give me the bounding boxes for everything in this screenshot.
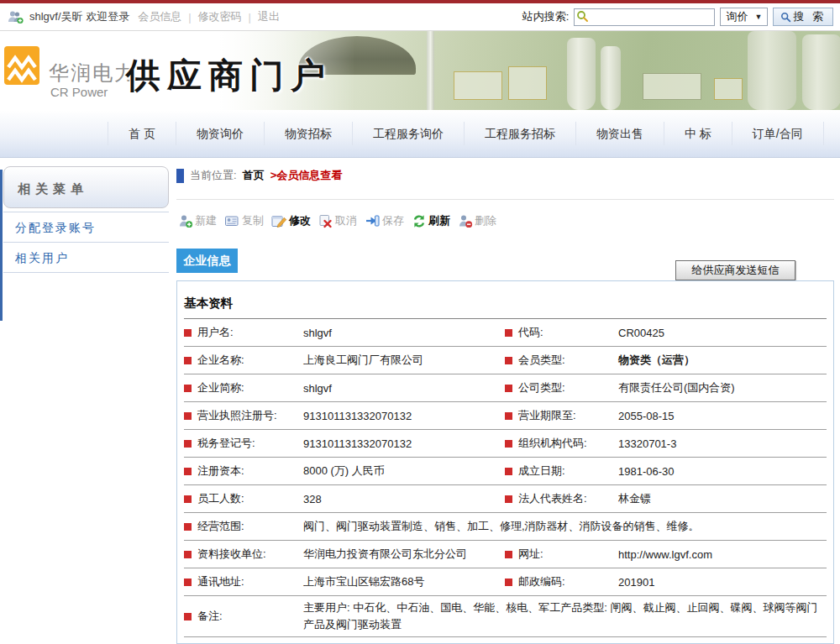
field-value: 913101131332070132	[303, 410, 505, 422]
field-label: 邮政编码:	[505, 574, 618, 589]
site-search-input[interactable]	[574, 8, 715, 26]
nav-engineering-inquiry[interactable]: 工程服务询价	[353, 122, 465, 145]
field-label: 公司类型:	[505, 380, 618, 395]
field-value: shlgvf	[303, 327, 505, 339]
user-bar: shlgvf/吴昕 欢迎登录 会员信息|修改密码|退出 站内搜索: 询价 ▼ 搜…	[0, 3, 840, 31]
sidebar-item-related-users[interactable]: 相关用户	[3, 243, 169, 273]
field-label: 组织机构代码:	[505, 436, 618, 451]
field-value: 林金镖	[618, 491, 827, 506]
nav-material-inquiry[interactable]: 物资询价	[176, 122, 265, 145]
breadcrumb-label: 当前位置:	[190, 168, 237, 183]
search-button[interactable]: 搜 索	[773, 8, 833, 26]
field-value: 913101131332070132	[303, 437, 505, 450]
field-label-text: 通讯地址:	[197, 574, 244, 589]
nav-orders-contracts[interactable]: 订单/合同	[732, 122, 824, 145]
modify-button[interactable]: 修改	[271, 213, 311, 228]
chevron-down-icon: ▼	[754, 13, 762, 21]
delete-button-label: 删除	[475, 213, 496, 228]
field-label-text: 资料接收单位:	[197, 547, 266, 562]
field-value: 328	[303, 493, 505, 505]
field-value: shlgvf	[303, 382, 505, 395]
field-value: 华润电力投资有限公司东北分公司	[303, 547, 505, 562]
field-label-text: 企业名称:	[197, 353, 244, 368]
field-label-text: 会员类型:	[518, 353, 565, 368]
red-bullet-icon	[184, 357, 192, 364]
field-value: 主要用户: 中石化、中石油、国电、华能、核电、军工产品类型: 闸阀、截止阀、止回…	[303, 599, 827, 633]
company-info-panel: 基本资料 用户名:shlgvf代码:CR00425企业名称:上海良工阀门厂有限公…	[176, 280, 834, 644]
nav-home[interactable]: 首 页	[108, 122, 176, 145]
field-value: 上海市宝山区锦宏路68号	[303, 574, 505, 589]
red-bullet-icon	[184, 329, 192, 337]
member-info-link[interactable]: 会员信息	[138, 9, 181, 24]
field-label: 营业执照注册号:	[184, 408, 303, 423]
nav-awarded[interactable]: 中 标	[664, 122, 732, 145]
field-label: 网址:	[505, 547, 618, 562]
field-label-text: 经营范围:	[197, 519, 244, 534]
cancel-button: 取消	[318, 213, 357, 228]
breadcrumb-divider	[176, 199, 834, 200]
red-bullet-icon	[505, 495, 512, 503]
table-row: 员工人数:328法人代表姓名:林金镖	[184, 485, 827, 513]
logout-link[interactable]: 退出	[258, 9, 280, 24]
red-bullet-icon	[505, 412, 512, 420]
field-value: http://www.lgvf.com	[618, 548, 827, 561]
save-icon	[365, 214, 381, 228]
field-label: 注册资本:	[184, 463, 303, 479]
field-label: 备注:	[184, 609, 303, 624]
basic-info-table: 用户名:shlgvf代码:CR00425企业名称:上海良工阀门厂有限公司会员类型…	[184, 319, 827, 637]
field-label: 代码:	[505, 325, 618, 340]
field-value: 上海良工阀门厂有限公司	[303, 353, 505, 368]
field-value: 8000 (万) 人民币	[303, 463, 505, 479]
section-title: 基本资料	[184, 281, 827, 319]
red-bullet-icon	[184, 613, 192, 620]
field-label: 企业名称:	[184, 353, 303, 368]
search-category-select[interactable]: 询价 ▼	[720, 8, 768, 26]
change-password-link[interactable]: 修改密码	[198, 9, 242, 24]
field-label: 营业期限至:	[505, 408, 618, 423]
table-row: 备注:主要用户: 中石化、中石油、国电、华能、核电、军工产品类型: 闸阀、截止阀…	[184, 596, 827, 637]
field-value: 13320701-3	[618, 437, 827, 450]
breadcrumb: 当前位置: 首页 >会员信息查看	[176, 168, 342, 183]
field-label-text: 营业执照注册号:	[197, 408, 277, 423]
field-label-text: 组织机构代码:	[518, 436, 587, 451]
table-row: 通讯地址:上海市宝山区锦宏路68号邮政编码:201901	[184, 568, 827, 596]
field-label: 员工人数:	[184, 491, 303, 506]
copy-icon	[224, 214, 240, 228]
refresh-button[interactable]: 刷新	[412, 213, 450, 228]
red-bullet-icon	[184, 579, 192, 586]
sidebar-accent-bar	[0, 170, 3, 321]
user-links: 会员信息|修改密码|退出	[138, 9, 280, 24]
table-row: 资料接收单位:华润电力投资有限公司东北分公司网址:http://www.lgvf…	[184, 541, 827, 568]
red-bullet-icon	[505, 385, 512, 392]
users-icon	[7, 10, 24, 24]
sidebar-item-assign-login[interactable]: 分配登录账号	[3, 212, 169, 243]
table-row: 税务登记号:913101131332070132组织机构代码:13320701-…	[184, 430, 827, 458]
refresh-icon	[412, 214, 427, 228]
user-remove-icon	[458, 214, 473, 228]
field-label-text: 公司类型:	[518, 380, 565, 395]
nav-engineering-bidding[interactable]: 工程服务招标	[465, 122, 576, 145]
search-button-label: 搜 索	[793, 9, 826, 24]
main-nav: 首 页物资询价物资招标工程服务询价工程服务招标物资出售中 标订单/合同	[0, 110, 840, 158]
save-button: 保存	[365, 213, 404, 228]
field-value: 1981-06-30	[618, 465, 827, 478]
red-bullet-icon	[505, 329, 512, 337]
field-label-text: 员工人数:	[197, 491, 244, 506]
field-label-text: 营业期限至:	[518, 408, 576, 423]
portal-title: 供应商门户	[126, 53, 332, 99]
field-label: 会员类型:	[505, 353, 618, 368]
send-sms-button[interactable]: 给供应商发送短信	[675, 260, 795, 280]
red-bullet-icon	[184, 523, 192, 531]
breadcrumb-home-link[interactable]: 首页	[243, 168, 265, 183]
header-banner: 华润电力 CR Power 供应商门户	[0, 31, 840, 110]
nav-material-sale[interactable]: 物资出售	[576, 122, 664, 145]
nav-material-bidding[interactable]: 物资招标	[265, 122, 353, 145]
field-label: 税务登记号:	[184, 436, 303, 451]
red-bullet-icon	[505, 440, 512, 448]
tab-company-info[interactable]: 企业信息	[176, 249, 238, 273]
user-add-icon	[178, 214, 193, 228]
red-bullet-icon	[505, 579, 512, 586]
refresh-button-label: 刷新	[428, 213, 450, 228]
brand-name-cn: 华润电力	[49, 60, 136, 86]
field-label: 经营范围:	[184, 519, 303, 534]
